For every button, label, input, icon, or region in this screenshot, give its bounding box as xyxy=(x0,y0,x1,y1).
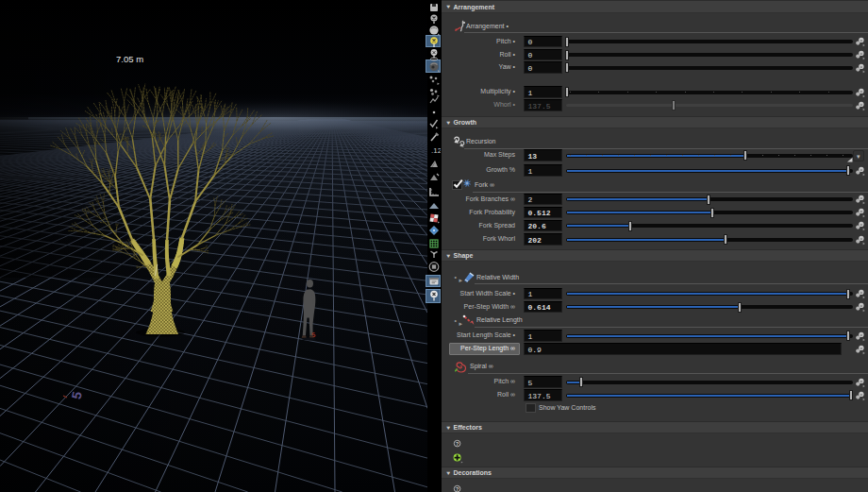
svg-text:?: ? xyxy=(456,486,459,492)
svg-text:?: ? xyxy=(456,441,459,447)
